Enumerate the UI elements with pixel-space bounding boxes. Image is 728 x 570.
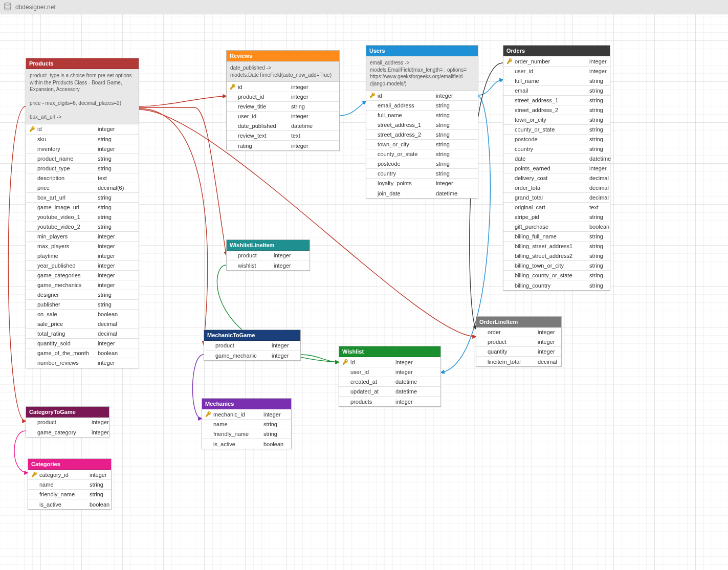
- table-products[interactable]: Productsproduct_type is a choice from pr…: [26, 58, 139, 368]
- table-row[interactable]: idinteger: [366, 91, 478, 101]
- table-row[interactable]: delivery_costdecimal: [503, 173, 610, 183]
- table-row[interactable]: designerstring: [26, 290, 139, 300]
- table-row[interactable]: wishlistinteger: [227, 260, 310, 270]
- table-row[interactable]: street_address_2string: [503, 105, 610, 115]
- table-row[interactable]: gift_purchaseboolean: [503, 222, 610, 232]
- table-row[interactable]: idinteger: [227, 82, 339, 92]
- table-row[interactable]: billing_street_address1string: [503, 242, 610, 251]
- table-header[interactable]: Orders: [503, 46, 610, 56]
- table-users[interactable]: Usersemail_address -> models.EmailField(…: [366, 45, 478, 199]
- table-row[interactable]: youtube_video_1string: [26, 212, 139, 222]
- table-row[interactable]: billing_street_address2string: [503, 251, 610, 261]
- table-categories[interactable]: Categoriescategory_idintegernamestringfr…: [28, 458, 112, 510]
- table-header[interactable]: Reviews: [227, 51, 339, 61]
- table-row[interactable]: publisherstring: [26, 300, 139, 310]
- table-order_line_item[interactable]: OrderLineItemorderintegerproductintegerq…: [476, 316, 562, 367]
- table-row[interactable]: productinteger: [227, 251, 310, 260]
- table-row[interactable]: lineitem_totaldecimal: [476, 357, 561, 366]
- table-row[interactable]: pricedecimal(6): [26, 183, 139, 193]
- table-row[interactable]: loyalty_pointsinteger: [366, 179, 478, 188]
- table-row[interactable]: quantityinteger: [476, 347, 561, 357]
- table-row[interactable]: review_texttext: [227, 131, 339, 141]
- table-row[interactable]: year_publishedinteger: [26, 261, 139, 271]
- table-mechanic_to_game[interactable]: MechanicToGameproductintegergame_mechani…: [204, 330, 301, 361]
- table-row[interactable]: order_numberinteger: [503, 56, 610, 67]
- table-row[interactable]: min_playersinteger: [26, 232, 139, 242]
- table-row[interactable]: billing_town_or_citystring: [503, 261, 610, 271]
- table-row[interactable]: max_playersinteger: [26, 242, 139, 251]
- table-row[interactable]: on_saleboolean: [26, 310, 139, 319]
- table-row[interactable]: stripe_pidstring: [503, 212, 610, 222]
- table-row[interactable]: inventoryinteger: [26, 144, 139, 154]
- table-header[interactable]: CategoryToGame: [26, 407, 109, 418]
- table-row[interactable]: friendly_namestring: [28, 490, 111, 499]
- table-row[interactable]: orderinteger: [476, 327, 561, 337]
- table-row[interactable]: town_or_citystring: [503, 115, 610, 125]
- table-row[interactable]: youtube_video_2string: [26, 222, 139, 232]
- table-header[interactable]: MechanicToGame: [204, 330, 300, 341]
- table-row[interactable]: product_idinteger: [227, 92, 339, 102]
- table-header[interactable]: Mechanics: [202, 399, 291, 409]
- table-row[interactable]: full_namestring: [503, 76, 610, 86]
- table-row[interactable]: product_namestring: [26, 154, 139, 164]
- diagram-canvas[interactable]: Productsproduct_type is a choice from pr…: [0, 14, 728, 570]
- table-row[interactable]: descriptiontext: [26, 173, 139, 183]
- table-row[interactable]: mechanic_idinteger: [202, 409, 291, 420]
- table-category_to_game[interactable]: CategoryToGameproductintegergame_categor…: [26, 406, 109, 437]
- table-row[interactable]: box_art_urlstring: [26, 193, 139, 203]
- table-row[interactable]: product_typestring: [26, 164, 139, 173]
- table-row[interactable]: created_atdatetime: [339, 377, 440, 387]
- table-row[interactable]: postcodestring: [503, 135, 610, 144]
- table-row[interactable]: is_activeboolean: [202, 439, 291, 449]
- table-row[interactable]: game_mechanicsinteger: [26, 280, 139, 290]
- table-wishlist[interactable]: Wishlistidintegeruser_idintegercreated_a…: [339, 346, 441, 407]
- table-row[interactable]: countrystring: [366, 169, 478, 179]
- table-row[interactable]: billing_county_or_statestring: [503, 271, 610, 280]
- table-row[interactable]: street_address_1string: [503, 96, 610, 105]
- table-mechanics[interactable]: Mechanicsmechanic_idintegernamestringfri…: [202, 398, 292, 449]
- table-row[interactable]: idinteger: [339, 357, 440, 367]
- table-row[interactable]: order_totaldecimal: [503, 183, 610, 193]
- table-row[interactable]: review_titlestring: [227, 102, 339, 112]
- table-row[interactable]: email_addressstring: [366, 101, 478, 111]
- table-row[interactable]: namestring: [202, 420, 291, 429]
- table-row[interactable]: game_mechanicinteger: [204, 350, 300, 360]
- table-row[interactable]: datedatetime: [503, 154, 610, 164]
- table-header[interactable]: OrderLineItem: [476, 317, 561, 327]
- table-row[interactable]: quantity_soldinteger: [26, 339, 139, 348]
- table-row[interactable]: full_namestring: [366, 111, 478, 120]
- table-row[interactable]: idinteger: [26, 124, 139, 135]
- table-row[interactable]: skustring: [26, 135, 139, 144]
- table-row[interactable]: friendly_namestring: [202, 429, 291, 439]
- table-row[interactable]: grand_totaldecimal: [503, 193, 610, 203]
- table-row[interactable]: billing_full_namestring: [503, 232, 610, 242]
- table-row[interactable]: emailstring: [503, 86, 610, 96]
- table-row[interactable]: sale_pricedecimal: [26, 319, 139, 329]
- table-row[interactable]: original_carttext: [503, 203, 610, 212]
- table-row[interactable]: productinteger: [26, 418, 109, 427]
- table-row[interactable]: number_reviewsinteger: [26, 358, 139, 368]
- table-row[interactable]: namestring: [28, 480, 111, 490]
- table-row[interactable]: ratinginteger: [227, 141, 339, 150]
- table-row[interactable]: productinteger: [204, 341, 300, 350]
- table-row[interactable]: join_datedatetime: [366, 188, 478, 198]
- table-row[interactable]: county_or_statestring: [503, 125, 610, 135]
- table-row[interactable]: county_or_statestring: [366, 149, 478, 159]
- table-header[interactable]: WishlistLineItem: [227, 240, 310, 251]
- table-row[interactable]: updated_atdatetime: [339, 387, 440, 397]
- table-header[interactable]: Categories: [28, 459, 111, 470]
- table-header[interactable]: Wishlist: [339, 346, 440, 357]
- table-row[interactable]: user_idinteger: [227, 112, 339, 121]
- table-header[interactable]: Products: [26, 58, 139, 69]
- table-row[interactable]: town_or_citystring: [366, 140, 478, 149]
- table-row[interactable]: user_idinteger: [339, 367, 440, 377]
- table-header[interactable]: Users: [366, 46, 478, 56]
- table-row[interactable]: user_idinteger: [503, 67, 610, 76]
- table-row[interactable]: productsinteger: [339, 397, 440, 406]
- table-row[interactable]: total_ratingdecimal: [26, 329, 139, 339]
- table-row[interactable]: is_activeboolean: [28, 499, 111, 509]
- table-row[interactable]: billing_countrystring: [503, 280, 610, 290]
- table-orders[interactable]: Ordersorder_numberintegeruser_idintegerf…: [503, 45, 610, 291]
- table-row[interactable]: productinteger: [476, 337, 561, 347]
- table-row[interactable]: game_categoriesinteger: [26, 271, 139, 280]
